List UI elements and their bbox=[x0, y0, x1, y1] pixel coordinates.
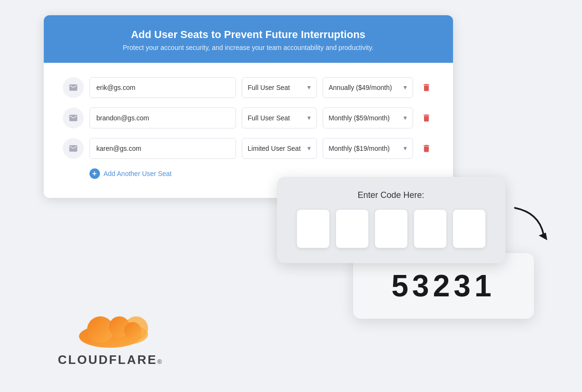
billing-select-1[interactable]: Annually ($49/month) Monthly ($59/month) bbox=[323, 77, 413, 98]
mail-icon-2 bbox=[63, 108, 84, 128]
email-input-2[interactable] bbox=[89, 108, 236, 128]
email-input-3[interactable] bbox=[89, 138, 236, 159]
code-box-2[interactable] bbox=[336, 210, 368, 248]
delete-button-1[interactable] bbox=[419, 79, 434, 96]
seat-select-1[interactable]: Full User Seat Limited User Seat View On… bbox=[242, 77, 317, 98]
seat-select-2[interactable]: Full User Seat Limited User Seat View On… bbox=[242, 108, 317, 128]
mail-svg-3 bbox=[69, 144, 78, 153]
seat-select-wrapper-3: Limited User Seat Full User Seat View On… bbox=[242, 138, 317, 159]
billing-select-wrapper-3: Monthly ($19/month) Annually ($15/month)… bbox=[323, 138, 413, 159]
code-boxes bbox=[291, 210, 491, 248]
card-title: Add User Seats to Prevent Future Interru… bbox=[63, 29, 434, 41]
code-number: 53231 bbox=[372, 268, 515, 304]
mail-icon-1 bbox=[63, 77, 84, 98]
mail-svg-1 bbox=[69, 83, 78, 92]
delete-button-3[interactable] bbox=[419, 140, 434, 157]
code-box-3[interactable] bbox=[375, 210, 407, 248]
delete-button-2[interactable] bbox=[419, 110, 434, 126]
code-popup-label: Enter Code Here: bbox=[291, 190, 491, 200]
user-row-3: Limited User Seat Full User Seat View On… bbox=[63, 138, 434, 159]
add-label: Add Another User Seat bbox=[104, 170, 172, 177]
user-row-2: Full User Seat Limited User Seat View On… bbox=[63, 108, 434, 128]
email-input-1[interactable] bbox=[89, 77, 236, 98]
cloudflare-cloud-icon bbox=[62, 307, 158, 350]
cloudflare-text: CLOUDFLARE bbox=[58, 353, 158, 367]
seat-select-3[interactable]: Limited User Seat Full User Seat View On… bbox=[242, 138, 317, 159]
billing-select-wrapper-1: Annually ($49/month) Monthly ($59/month)… bbox=[323, 77, 413, 98]
mail-svg-2 bbox=[69, 113, 78, 123]
main-card: Add User Seats to Prevent Future Interru… bbox=[44, 15, 453, 198]
seat-select-wrapper-2: Full User Seat Limited User Seat View On… bbox=[242, 108, 317, 128]
cloudflare-logo: CLOUDFLARE® bbox=[58, 307, 162, 367]
trash-icon-1 bbox=[422, 82, 431, 93]
code-box-5[interactable] bbox=[453, 210, 485, 248]
cloudflare-wordmark: CLOUDFLARE® bbox=[58, 353, 162, 367]
arrow-icon bbox=[510, 203, 558, 241]
user-row-1: Full User Seat Limited User Seat View On… bbox=[63, 77, 434, 98]
svg-point-6 bbox=[124, 322, 141, 339]
code-box-4[interactable] bbox=[414, 210, 446, 248]
billing-select-wrapper-2: Monthly ($59/month) Annually ($49/month)… bbox=[323, 108, 413, 128]
seat-select-wrapper-1: Full User Seat Limited User Seat View On… bbox=[242, 77, 317, 98]
card-subtitle: Protect your account security, and incre… bbox=[63, 44, 434, 51]
billing-select-3[interactable]: Monthly ($19/month) Annually ($15/month) bbox=[323, 138, 413, 159]
code-popup: Enter Code Here: bbox=[277, 177, 505, 263]
trash-icon-2 bbox=[422, 113, 431, 123]
trash-icon-3 bbox=[422, 143, 431, 154]
add-circle-icon: + bbox=[89, 168, 100, 179]
cloudflare-reg: ® bbox=[158, 358, 162, 365]
card-header: Add User Seats to Prevent Future Interru… bbox=[44, 15, 453, 63]
code-box-1[interactable] bbox=[297, 210, 329, 248]
billing-select-2[interactable]: Monthly ($59/month) Annually ($49/month) bbox=[323, 108, 413, 128]
mail-icon-3 bbox=[63, 138, 84, 159]
